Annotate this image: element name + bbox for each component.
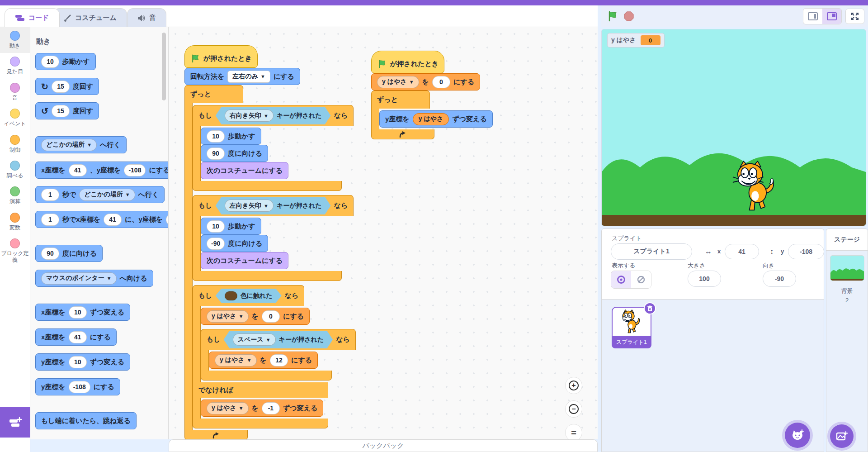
- value-input[interactable]: 0: [432, 76, 450, 88]
- block-set-variable-twelve[interactable]: y はやさ▼ を 12 にする: [209, 352, 318, 369]
- steps-input[interactable]: 10: [41, 56, 59, 68]
- stage-selector[interactable]: ステージ 背景 2: [826, 228, 868, 452]
- key-dropdown[interactable]: 右向き矢印▼: [225, 109, 274, 122]
- variable-dropdown[interactable]: y はやさ▼: [215, 354, 257, 366]
- block-set-xy[interactable]: x座標を 41 、y座標を -108 にする: [35, 162, 169, 179]
- delete-sprite-button[interactable]: [644, 302, 656, 314]
- x-input[interactable]: 41: [104, 214, 122, 226]
- condition-key-space[interactable]: スペース▼ キーが押された: [224, 331, 333, 348]
- block-bounce-on-edge[interactable]: もし端に着いたら、跳ね返る: [35, 412, 137, 429]
- color-swatch[interactable]: [225, 291, 237, 300]
- block-turn-cw[interactable]: ↻ 15 度回す: [35, 78, 99, 95]
- block-next-costume[interactable]: 次のコスチュームにする: [201, 162, 288, 179]
- category-looks[interactable]: 見た目: [0, 53, 30, 79]
- glide-dropdown[interactable]: どこかの場所▼: [79, 189, 135, 201]
- category-operators[interactable]: 演算: [0, 183, 30, 209]
- direction-input[interactable]: -90: [763, 271, 796, 287]
- block-change-y[interactable]: y座標を 10 ずつ変える: [35, 353, 130, 371]
- block-point-direction[interactable]: 90 度に向ける: [201, 145, 268, 162]
- block-set-rotation-style[interactable]: 回転方法を 左右のみ▼ にする: [184, 68, 300, 85]
- visible-on-button[interactable]: [611, 271, 631, 288]
- block-point-direction[interactable]: -90 度に向ける: [201, 235, 268, 252]
- block-set-y[interactable]: y座標を -108 にする: [35, 378, 120, 395]
- condition-touching-color[interactable]: 色に触れた: [216, 289, 282, 303]
- block-change-y-by-variable[interactable]: y座標を y はやさ ずつ変える: [379, 110, 493, 128]
- x-input[interactable]: 41: [69, 331, 87, 343]
- degrees-input[interactable]: 15: [52, 81, 70, 93]
- y-position-input[interactable]: -108: [788, 244, 824, 259]
- block-goto[interactable]: どこかの場所▼ へ行く: [35, 136, 127, 153]
- cat-sprite[interactable]: [732, 160, 782, 215]
- x-input[interactable]: 41: [69, 164, 87, 176]
- steps-input[interactable]: 10: [207, 220, 225, 233]
- variable-dropdown[interactable]: y はやさ▼: [207, 402, 249, 414]
- block-point-towards[interactable]: マウスのポインター▼ へ向ける: [35, 270, 153, 287]
- category-motion[interactable]: 動き: [0, 27, 30, 53]
- small-stage-button[interactable]: [803, 9, 822, 24]
- fullscreen-button[interactable]: [845, 9, 864, 24]
- dy-input[interactable]: 10: [69, 356, 87, 368]
- value-input[interactable]: -1: [262, 402, 280, 414]
- secs-input[interactable]: 1: [41, 189, 59, 201]
- block-point-direction[interactable]: 90 度に向ける: [35, 245, 103, 262]
- variable-reporter[interactable]: y はやさ: [413, 113, 449, 125]
- category-sensing[interactable]: 調べる: [0, 157, 30, 183]
- key-dropdown[interactable]: 左向き矢印▼: [225, 200, 274, 212]
- block-forever[interactable]: ずっと もし 右向き矢印▼ キーが押された なら: [184, 85, 356, 439]
- block-set-variable-zero[interactable]: y はやさ▼ を 0 にする: [371, 73, 480, 90]
- zoom-out-button[interactable]: −: [565, 400, 582, 418]
- add-extension-button[interactable]: [0, 407, 30, 438]
- degrees-input[interactable]: 15: [52, 105, 70, 117]
- dx-input[interactable]: 10: [69, 306, 87, 319]
- tab-code[interactable]: コード: [5, 8, 60, 27]
- condition-key-right[interactable]: 右向き矢印▼ キーが押された: [216, 107, 331, 124]
- visible-off-button[interactable]: [631, 271, 651, 288]
- y-input[interactable]: -108: [69, 381, 90, 393]
- point-towards-dropdown[interactable]: マウスのポインター▼: [41, 272, 117, 285]
- block-when-flag-clicked[interactable]: が押されたとき: [371, 51, 444, 73]
- block-when-flag-clicked[interactable]: が押されたとき: [184, 45, 258, 68]
- size-input[interactable]: 100: [688, 271, 721, 287]
- block-turn-ccw[interactable]: ↺ 15 度回す: [35, 102, 99, 119]
- y-input[interactable]: -108: [124, 164, 146, 176]
- sprite-name-input[interactable]: スプライト1: [611, 243, 692, 260]
- script-movement[interactable]: が押されたとき 回転方法を 左右のみ▼ にする ずっと もし: [184, 45, 356, 439]
- add-backdrop-button[interactable]: [830, 424, 854, 448]
- block-move-steps[interactable]: 10 歩動かす: [201, 128, 261, 145]
- green-flag-button[interactable]: [606, 10, 619, 23]
- block-if-space-key[interactable]: もし スペース▼ キーが押された なら: [201, 329, 356, 381]
- stop-button[interactable]: [622, 10, 636, 23]
- category-myblocks[interactable]: ブロック定義: [0, 235, 30, 267]
- block-if-touching-color-else[interactable]: もし 色に触れた なら: [193, 285, 356, 428]
- value-input[interactable]: 0: [262, 310, 280, 323]
- variable-dropdown[interactable]: y はやさ▼: [377, 76, 419, 88]
- tab-costumes[interactable]: コスチューム: [53, 8, 127, 27]
- backpack-bar[interactable]: バックパック: [169, 439, 598, 452]
- category-variables[interactable]: 変数: [0, 209, 30, 235]
- block-change-variable[interactable]: y はやさ▼ を -1 ずつ変える: [201, 400, 323, 417]
- direction-input[interactable]: 90: [41, 247, 59, 260]
- script-area[interactable]: が押されたとき 回転方法を 左右のみ▼ にする ずっと もし: [169, 27, 598, 439]
- key-dropdown[interactable]: スペース▼: [233, 333, 276, 346]
- steps-input[interactable]: 10: [207, 130, 225, 143]
- category-control[interactable]: 制御: [0, 131, 30, 157]
- secs-input[interactable]: 1: [41, 214, 59, 226]
- palette-scrollbar[interactable]: [162, 33, 166, 100]
- block-move-steps[interactable]: 10 歩動かす: [35, 53, 96, 70]
- block-glide-xy[interactable]: 1 秒でx座標を 41 に、y座標を -108: [35, 211, 169, 228]
- block-next-costume[interactable]: 次のコスチュームにする: [201, 252, 288, 269]
- block-move-steps[interactable]: 10 歩動かす: [201, 218, 261, 235]
- variable-dropdown[interactable]: y はやさ▼: [207, 310, 249, 323]
- script-gravity[interactable]: が押されたとき y はやさ▼ を 0 にする ずっと y座標を y はやさ ずつ…: [371, 51, 493, 139]
- sprite-card[interactable]: スプライト1: [612, 307, 651, 348]
- normal-stage-button[interactable]: [822, 9, 841, 24]
- block-forever[interactable]: ずっと y座標を y はやさ ずつ変える: [371, 90, 493, 139]
- block-if-left-key[interactable]: もし 左向き矢印▼ キーが押された なら: [193, 195, 354, 281]
- block-glide[interactable]: 1 秒で どこかの場所▼ へ行く: [35, 186, 165, 203]
- category-sound[interactable]: 音: [0, 79, 30, 105]
- block-set-x[interactable]: x座標を 41 にする: [35, 328, 117, 346]
- direction-input[interactable]: 90: [207, 147, 225, 160]
- zoom-reset-button[interactable]: =: [565, 424, 582, 439]
- direction-input[interactable]: -90: [207, 238, 225, 250]
- backdrop-thumbnail[interactable]: [830, 255, 864, 281]
